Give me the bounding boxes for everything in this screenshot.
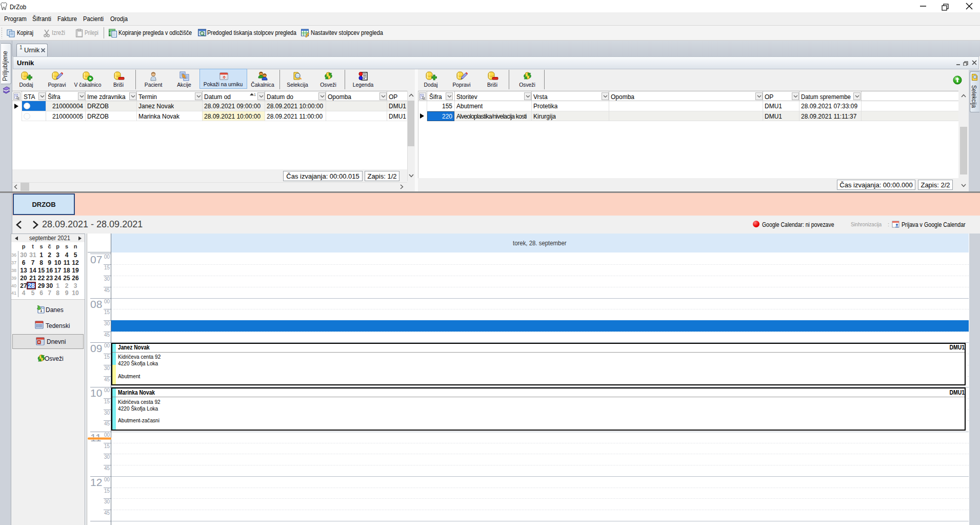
svg-text:1: 1 — [254, 93, 256, 96]
svg-text:1: 1 — [40, 308, 43, 313]
